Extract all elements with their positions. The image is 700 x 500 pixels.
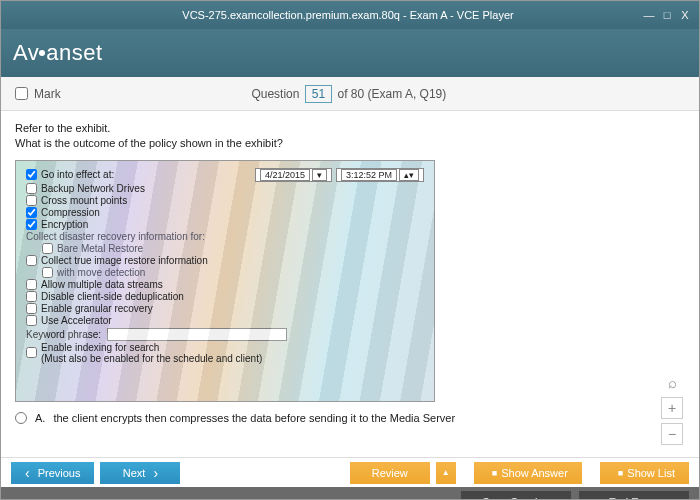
show-list-button[interactable]: ■Show List: [600, 462, 689, 484]
answer-text: the client encrypts then compresses the …: [53, 412, 455, 424]
titlebar: VCS-275.examcollection.premium.exam.80q …: [1, 1, 699, 29]
answer-option-a[interactable]: A. the client encrypts then compresses t…: [15, 412, 685, 424]
mark-label: Mark: [34, 87, 61, 101]
session-button-bar: Save Session End Exam: [1, 487, 699, 500]
previous-button[interactable]: Previous: [11, 462, 94, 484]
zoom-controls: ⌕ + −: [661, 371, 683, 445]
date-field: 4/21/2015 ▾: [255, 168, 332, 182]
header: Avanset: [1, 29, 699, 77]
review-button[interactable]: Review: [350, 462, 430, 484]
keyword-input: [107, 328, 287, 341]
question-indicator: Question 51 of 80 (Exam A, Q19): [61, 85, 637, 103]
end-exam-button[interactable]: End Exam: [579, 491, 689, 500]
magnify-icon[interactable]: ⌕: [661, 371, 683, 393]
exhibit-image: Go into effect at: 4/21/2015 ▾ 3:12:52 P…: [15, 160, 435, 402]
content-area: Refer to the exhibit. What is the outcom…: [1, 111, 699, 457]
logo: Avanset: [13, 40, 103, 66]
maximize-button[interactable]: □: [659, 9, 675, 21]
question-bar: Mark Question 51 of 80 (Exam A, Q19): [1, 77, 699, 111]
nav-button-bar: Previous Next Review ▲ ■Show Answer ■Sho…: [1, 457, 699, 487]
mark-checkbox[interactable]: Mark: [15, 87, 61, 101]
window-title: VCS-275.examcollection.premium.exam.80q …: [55, 9, 641, 21]
show-answer-button[interactable]: ■Show Answer: [474, 462, 582, 484]
question-text: Refer to the exhibit. What is the outcom…: [15, 121, 685, 152]
mark-input[interactable]: [15, 87, 28, 100]
zoom-in-button[interactable]: +: [661, 397, 683, 419]
question-number: 51: [305, 85, 332, 103]
answer-letter: A.: [35, 412, 45, 424]
save-session-button[interactable]: Save Session: [461, 491, 571, 500]
minimize-button[interactable]: —: [641, 9, 657, 21]
close-button[interactable]: X: [677, 9, 693, 21]
answer-radio[interactable]: [15, 412, 27, 424]
time-field: 3:12:52 PM ▴▾: [336, 168, 424, 182]
next-button[interactable]: Next: [100, 462, 180, 484]
window-controls: — □ X: [641, 9, 693, 21]
zoom-out-button[interactable]: −: [661, 423, 683, 445]
review-dropdown-icon[interactable]: ▲: [436, 462, 456, 484]
